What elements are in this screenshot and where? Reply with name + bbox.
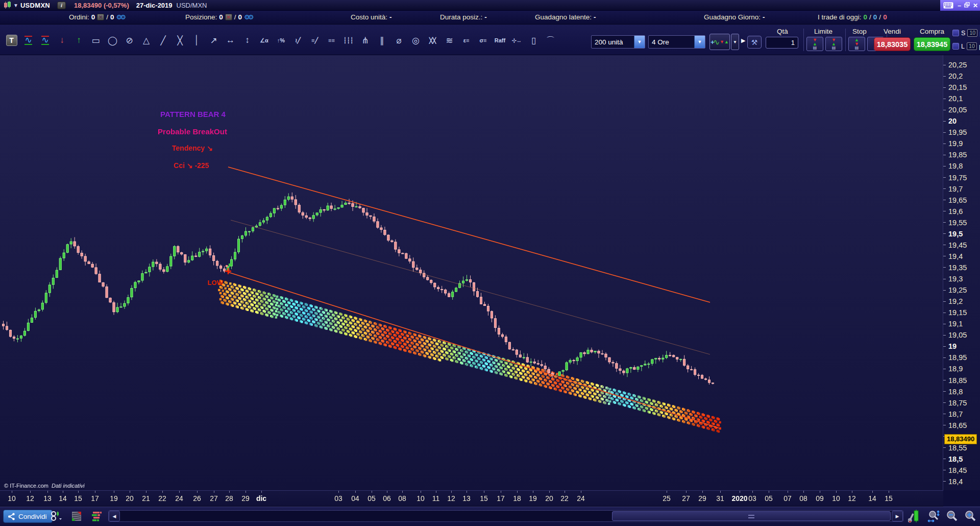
position-status: Posizione: 0 ✕ / 0 ⚙⚙ [185,13,254,21]
pattern-bear-tool[interactable]: ∿ [37,32,54,49]
share-button[interactable]: Condividi [3,510,53,523]
buy-limit-order-button[interactable]: ▼▲▤ [806,37,823,51]
text-tool[interactable]: T [3,32,20,49]
trend-channel-tool[interactable]: ≀╱ [289,32,306,49]
limit-checkbox[interactable] [952,43,959,50]
segment-tool[interactable]: ↗ [205,32,222,49]
sigma-channel-tool[interactable]: σ≡ [475,32,492,49]
vertical-line-tool[interactable]: │ [188,32,205,49]
limit-label: Limite [814,28,832,35]
pattern-bull-tool[interactable]: ∿ [20,32,37,49]
angle-tool[interactable]: ∠α [256,32,273,49]
buy-stop-order-button[interactable]: ▲▼▤ [848,37,865,51]
price-tick: 18,95 [948,353,967,362]
sell-limit-order-button[interactable]: ▼▲▤ [825,37,842,51]
delete-drawings-tool[interactable]: ▯ [525,32,542,49]
units-select[interactable]: 200 unità ▼ [591,35,645,49]
time-tick: dic [256,494,266,503]
spiral-tool[interactable]: ◎ [407,32,424,49]
extended-line-tool[interactable]: ╳ [172,32,188,49]
keyboard-icon[interactable] [943,2,953,9]
ellipse-tool[interactable]: ◯ [104,32,121,49]
cancel-orders-icon[interactable]: ✕ [97,14,104,20]
time-tick: 21 [142,494,150,503]
restore-button[interactable] [964,2,970,9]
limit-pip-value[interactable]: 10 [967,42,977,50]
chart-options-icon[interactable] [906,509,922,523]
zoom-out-icon[interactable] [944,509,960,523]
quantity-input[interactable] [766,37,798,49]
fan-arc-tool[interactable]: ⌒ [542,32,559,49]
add-indicator-button[interactable]: +∿▼▲ [709,34,730,50]
copyright-note: © IT-Finance.comDati indicativi [4,483,85,489]
price-tick: 19,2 [948,297,963,305]
low-label: LOW [208,279,223,286]
time-tick: 27 [210,494,218,503]
chart-area[interactable]: PATTERN BEAR 4Probable BreakOutTendency … [0,55,943,490]
sell-button[interactable]: 18,83035 [874,37,911,51]
link-chart-icon[interactable] [49,510,63,523]
scrollbar-thumb[interactable] [612,511,891,521]
epsilon-channel-tool[interactable]: ε≡ [458,32,475,49]
zoom-fit-icon[interactable] [926,509,941,523]
arrow-up-tool[interactable]: ↑ [70,32,87,49]
rotated-ellipse-tool[interactable]: ⊘ [121,32,138,49]
detached-list-icon[interactable] [69,510,84,523]
order-book-icon[interactable] [90,510,104,523]
parallel-lines-tool[interactable]: ∥ [374,32,390,49]
chevron-down-icon[interactable]: ▼ [694,36,705,48]
fibonacci-retracement-tool[interactable]: ≡╱ [306,32,323,49]
buy-label: Compra [920,28,944,35]
zoom-in-icon[interactable] [963,509,978,523]
price-axis[interactable]: 20,2520,220,1520,120,052019,9519,919,851… [943,55,980,490]
cross-lines-tool[interactable]: ╳╳ [424,32,441,49]
info-button[interactable]: i [57,2,66,9]
rectangle-tool[interactable]: ▭ [87,32,104,49]
close-position-icon[interactable]: ✕ [225,14,232,20]
line-tool[interactable]: ╱ [155,32,172,49]
timeframe-select[interactable]: 4 Ore ▼ [648,35,705,49]
scroll-left-icon[interactable]: ◀ [109,511,120,521]
close-button[interactable]: ✕ [973,3,978,9]
stop-checkbox[interactable] [952,30,959,36]
time-tick: 09 [816,494,824,503]
price-tick: 18,7 [948,410,963,418]
stop-pip-value[interactable]: 10 [967,29,977,37]
symbol-dropdown-icon[interactable]: ▼ [13,3,18,8]
measure-tool[interactable]: ⊹↔ [508,32,525,49]
horizontal-segment-tool[interactable]: ↔ [222,32,239,49]
price-tick: 20,25 [948,61,967,69]
price-tick: 19,15 [948,308,967,317]
crossed-ellipse-tool[interactable]: ⌀ [390,32,407,49]
percent-change-tool[interactable]: ↑% [273,32,289,49]
price-tick: 19,85 [948,151,967,159]
minimize-button[interactable]: – [958,3,961,9]
triangle-tool[interactable]: △ [138,32,155,49]
time-cycles-tool[interactable]: ┆┆┆ [340,32,357,49]
fibonacci-extension-tool[interactable]: ≡≡ [323,32,340,49]
panel-collapse-icon[interactable]: ▶ [741,37,745,44]
price-tick: 19,4 [948,252,963,260]
chart-scrollbar[interactable]: ◀ ▶ [108,510,903,522]
time-tick: 20 [545,494,553,503]
pitchfork-tool[interactable]: ⋔ [357,32,374,49]
vertical-segment-tool[interactable]: ↕ [239,32,256,49]
time-axis[interactable]: 101213141517192021222426272829dic0304050… [0,490,943,507]
buy-button[interactable]: 18,83945 [914,37,950,51]
time-tick: 2020 [731,494,747,503]
indicator-dropdown-icon[interactable]: ▼ [731,34,739,50]
chevron-down-icon[interactable]: ▼ [634,36,645,48]
price-tick: 19,7 [948,185,963,193]
candlestick-chart[interactable] [0,55,943,490]
raff-channel-tool[interactable]: Raff [492,32,508,49]
order-settings-button[interactable]: ⚒ [747,36,762,49]
price-tick: 18,9 [948,365,963,373]
orders-settings-icon[interactable]: ⚙⚙ [116,13,124,21]
position-settings-icon[interactable]: ⚙⚙ [244,13,252,21]
elliott-wave-tool[interactable]: ≋ [441,32,458,49]
symbol-name[interactable]: USDMXN [20,2,50,9]
time-tick: 18 [513,494,521,503]
sell-label: Vendi [884,28,901,35]
scroll-right-icon[interactable]: ▶ [892,511,903,521]
arrow-down-tool[interactable]: ↓ [54,32,70,49]
